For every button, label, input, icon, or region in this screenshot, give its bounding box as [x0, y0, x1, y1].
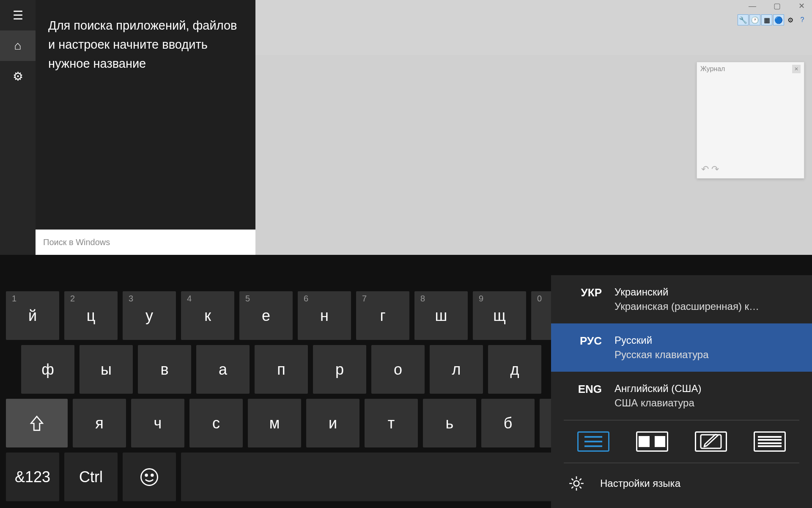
history-title: Журнал [700, 65, 725, 73]
help-icon[interactable]: ? [797, 14, 808, 25]
symbols-key[interactable]: &123 [6, 453, 59, 501]
undo-icon[interactable]: ↶ [701, 164, 709, 175]
close-button[interactable]: ✕ [795, 2, 808, 10]
minimize-button[interactable]: — [746, 2, 759, 10]
hamburger-icon[interactable]: ☰ [0, 0, 36, 30]
key-ы[interactable]: ы [80, 345, 133, 394]
key-с[interactable]: с [189, 399, 243, 447]
shift-key[interactable] [6, 399, 68, 447]
keyboard-layout-row [551, 420, 812, 463]
key-ь[interactable]: ь [423, 399, 476, 447]
layout-split-icon[interactable] [636, 431, 668, 452]
layout-handwriting-icon[interactable] [695, 431, 727, 452]
app-toolbar: 🔧 🕐 ▦ 🔵 ⚙ ? [738, 14, 808, 25]
key-ф[interactable]: ф [21, 345, 74, 394]
lang-name: Украинский [614, 286, 759, 298]
key-щ[interactable]: 9щ [473, 291, 526, 340]
lang-name: Русский [614, 334, 709, 346]
svg-point-0 [141, 469, 157, 485]
key-р[interactable]: р [313, 345, 366, 394]
lang-code: УКР [565, 286, 602, 299]
lang-option-укр[interactable]: УКРУкраинскийУкраинская (расширенная) к… [551, 275, 812, 323]
key-ш[interactable]: 8ш [414, 291, 468, 340]
language-popup: УКРУкраинскийУкраинская (расширенная) к…… [551, 275, 812, 508]
key-б[interactable]: б [481, 399, 535, 447]
search-hint: Для поиска приложений, файлов и настроек… [36, 0, 255, 73]
key-н[interactable]: 6н [298, 291, 351, 340]
lang-sub: Русская клавиатура [614, 349, 709, 361]
key-е[interactable]: 5е [239, 291, 293, 340]
svg-point-2 [151, 474, 154, 476]
key-г[interactable]: 7г [356, 291, 409, 340]
search-input[interactable] [43, 237, 248, 247]
gear-icon [567, 474, 586, 493]
lang-option-рус[interactable]: РУСРусскийРусская клавиатура [551, 323, 812, 372]
language-settings-label: Настройки языка [600, 478, 680, 489]
svg-point-7 [574, 481, 579, 486]
layout-full-icon[interactable] [754, 431, 786, 452]
key-о[interactable]: о [371, 345, 425, 394]
maximize-button[interactable]: ▢ [771, 2, 783, 10]
lang-code: РУС [565, 334, 602, 348]
key-ч[interactable]: ч [131, 399, 184, 447]
emoji-key[interactable] [123, 453, 176, 501]
key-м[interactable]: м [248, 399, 301, 447]
lang-name: Английский (США) [614, 383, 702, 395]
start-rail: ☰ ⌂ ⚙ [0, 0, 36, 255]
layout-standard-icon[interactable] [577, 431, 609, 452]
key-ц[interactable]: 2ц [64, 291, 118, 340]
panel-icon[interactable]: ▦ [761, 14, 772, 25]
search-box [36, 229, 255, 255]
gear-icon[interactable]: ⚙ [785, 14, 796, 25]
start-search-panel: ☰ ⌂ ⚙ Для поиска приложений, файлов и на… [0, 0, 255, 255]
lang-option-eng[interactable]: ENGАнглийский (США)США клавиатура [551, 372, 812, 420]
key-в[interactable]: в [138, 345, 191, 394]
key-й[interactable]: 1й [6, 291, 59, 340]
ctrl-key[interactable]: Ctrl [64, 453, 118, 501]
window-controls: — ▢ ✕ [746, 2, 808, 10]
lang-sub: США клавиатура [614, 397, 702, 409]
settings-icon[interactable]: ⚙ [0, 61, 36, 91]
language-settings-row[interactable]: Настройки языка [551, 463, 812, 508]
redo-icon[interactable]: ↷ [711, 164, 719, 175]
tool-icon-1[interactable]: 🔧 [738, 14, 749, 25]
history-panel: Журнал ✕ ↶ ↷ [697, 62, 804, 179]
key-д[interactable]: д [488, 345, 541, 394]
key-у[interactable]: 3у [123, 291, 176, 340]
key-л[interactable]: л [430, 345, 483, 394]
svg-point-1 [145, 474, 148, 476]
lang-sub: Украинская (расширенная) к… [614, 301, 759, 312]
key-и[interactable]: и [306, 399, 359, 447]
clock-icon[interactable]: 🕐 [749, 14, 760, 25]
key-а[interactable]: а [196, 345, 250, 394]
key-я[interactable]: я [73, 399, 126, 447]
key-к[interactable]: 4к [181, 291, 234, 340]
key-т[interactable]: т [365, 399, 418, 447]
home-icon[interactable]: ⌂ [0, 30, 36, 61]
lang-code: ENG [565, 383, 602, 396]
close-icon[interactable]: ✕ [792, 65, 801, 73]
color-icon[interactable]: 🔵 [773, 14, 784, 25]
key-п[interactable]: п [255, 345, 308, 394]
